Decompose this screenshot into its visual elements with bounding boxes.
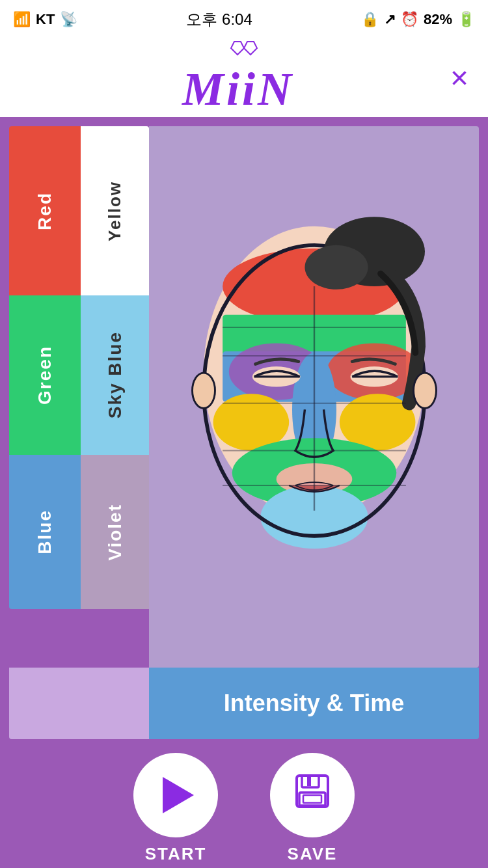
color-label-yellow: Yellow (105, 181, 125, 241)
color-cell-red[interactable]: Red (9, 126, 81, 295)
battery-label: 82% (424, 11, 452, 28)
save-icon (293, 772, 332, 819)
color-palette: Red Yellow Green Sky Blue Blue (9, 126, 149, 668)
intensity-time-button[interactable]: Intensity & Time (149, 668, 479, 739)
face-display (149, 126, 479, 668)
color-cell-yellow[interactable]: Yellow (81, 126, 149, 295)
signal-icon: 📶 (13, 11, 31, 28)
svg-point-28 (192, 373, 215, 408)
color-cell-blue[interactable]: Blue (9, 455, 81, 609)
save-label: SAVE (288, 844, 338, 864)
svg-rect-34 (303, 795, 321, 803)
logo-text: MiiN (179, 61, 309, 116)
intensity-time-row: Intensity & Time (9, 668, 479, 739)
color-cell-skyblue[interactable]: Sky Blue (81, 295, 149, 455)
start-label: START (145, 844, 207, 864)
color-label-skyblue: Sky Blue (105, 331, 126, 418)
app-logo: MiiN (179, 40, 309, 116)
lock-icon: 🔒 (361, 11, 379, 28)
palette-top-row: Red Yellow (9, 126, 149, 295)
start-circle (133, 753, 218, 837)
color-cell-green[interactable]: Green (9, 295, 81, 455)
intensity-label: Intensity & Time (224, 690, 404, 717)
palette-bottom-row: Blue Violet (9, 455, 149, 609)
wifi-icon: 📡 (60, 11, 77, 28)
svg-marker-1 (244, 42, 257, 55)
start-button[interactable]: START (133, 753, 218, 864)
status-left: 📶 KT 📡 (13, 11, 77, 28)
location-icon: ↗ (384, 11, 396, 28)
color-cell-violet[interactable]: Violet (81, 455, 149, 609)
content-row: Red Yellow Green Sky Blue Blue (9, 126, 479, 668)
intensity-left-pad (9, 668, 149, 739)
action-bar: START SAVE (0, 748, 488, 868)
header: MiiN × (0, 39, 488, 117)
svg-point-21 (305, 245, 368, 290)
play-icon (163, 777, 194, 813)
palette-middle-row: Green Sky Blue (9, 295, 149, 455)
svg-point-29 (413, 373, 436, 408)
alarm-icon: ⏰ (401, 11, 418, 28)
status-bar: 📶 KT 📡 오후 6:04 🔒 ↗ ⏰ 82% 🔋 (0, 0, 488, 39)
logo-diamond (228, 40, 260, 59)
save-circle (270, 753, 355, 837)
carrier-label: KT (36, 11, 55, 28)
main-content: Red Yellow Green Sky Blue Blue (0, 117, 488, 748)
status-right: 🔒 ↗ ⏰ 82% 🔋 (361, 11, 475, 28)
close-button[interactable]: × (450, 62, 468, 94)
color-label-violet: Violet (105, 504, 126, 561)
svg-text:MiiN: MiiN (182, 63, 294, 109)
time-label: 오후 6:04 (186, 9, 252, 30)
svg-marker-0 (231, 42, 244, 55)
svg-rect-32 (307, 777, 311, 786)
battery-icon: 🔋 (457, 11, 475, 28)
color-label-green: Green (34, 346, 55, 405)
color-label-red: Red (34, 192, 55, 230)
color-label-blue: Blue (34, 509, 55, 554)
save-button[interactable]: SAVE (270, 753, 355, 864)
